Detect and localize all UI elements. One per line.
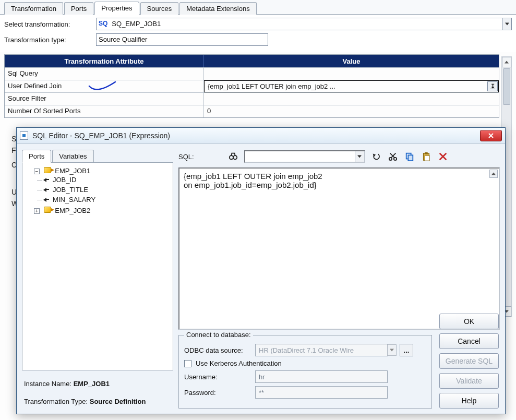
validate-button[interactable]: Validate (439, 373, 499, 389)
grid-header-value: Value (204, 55, 499, 67)
ok-button[interactable]: OK (439, 314, 499, 329)
chevron-down-icon[interactable] (355, 151, 364, 162)
tree-node-emp-job1[interactable]: − EMP_JOB1 JOB_ID JOB_TITLE MIN_SALARY (34, 166, 171, 206)
copy-icon[interactable] (404, 151, 415, 162)
grid-header-attribute: Transformation Attribute (5, 55, 204, 67)
connect-legend: Connect to database: (184, 331, 253, 339)
svg-point-4 (233, 155, 237, 159)
tree-node-job-title[interactable]: JOB_TITLE (43, 185, 171, 195)
paste-icon[interactable] (421, 151, 432, 162)
port-arrow-icon (43, 187, 50, 192)
binoculars-icon[interactable] (227, 151, 239, 162)
dialog-titlebar[interactable]: SQL Editor - SQ_EMP_JOB1 (Expression) (17, 128, 505, 143)
transformation-type-value: Source Qualifier (97, 34, 268, 45)
kerberos-label: Use Kerberos Authentication (196, 359, 282, 367)
sql-label: SQL: (178, 153, 194, 161)
port-arrow-icon (43, 197, 50, 202)
window-icon (20, 131, 28, 140)
expand-icon[interactable]: + (34, 208, 40, 214)
tree-node-min-salary[interactable]: MIN_SALARY (43, 195, 171, 205)
undo-icon[interactable] (370, 151, 382, 162)
properties-tab-strip: Transformation Ports Properties Sources … (0, 0, 516, 15)
folder-arrow-icon (44, 167, 51, 173)
dialog-title: SQL Editor - SQ_EMP_JOB1 (Expression) (32, 131, 480, 140)
scroll-up-icon[interactable] (489, 170, 498, 178)
open-editor-button[interactable]: ↧ (487, 81, 498, 91)
browse-button[interactable]: ... (400, 344, 413, 356)
select-transformation-label: Select transformation: (4, 20, 96, 28)
password-label: Password: (184, 389, 255, 397)
grid-attr-source-filter: Source Filter (5, 93, 204, 105)
help-button[interactable]: Help (439, 393, 499, 409)
chevron-down-icon[interactable] (387, 344, 397, 356)
sql-toolbar: SQL: (178, 149, 500, 164)
connect-to-database-group: Connect to database: ODBC data source: H… (178, 335, 432, 409)
grid-val-sorted-ports[interactable]: 0 (204, 105, 499, 117)
ports-variables-tabs: Ports Variables (22, 149, 173, 162)
grid-val-user-defined-join[interactable]: {emp_job1 LEFT OUTER join emp_job2 ... ↧ (204, 80, 499, 92)
sql-editor-dialog: SQL Editor - SQ_EMP_JOB1 (Expression) Po… (16, 127, 506, 414)
search-input[interactable] (245, 151, 355, 162)
tree-node-job-id[interactable]: JOB_ID (43, 175, 171, 185)
select-transformation-field[interactable]: SQ SQ_EMP_JOB1 (96, 18, 512, 30)
tab-transformation[interactable]: Transformation (4, 2, 63, 15)
transformation-type-row: Transformation Type: Source Definition (24, 395, 171, 407)
collapse-icon[interactable]: − (34, 169, 40, 174)
grid-val-source-filter[interactable] (204, 93, 499, 105)
chevron-down-icon[interactable] (502, 18, 511, 30)
cut-icon[interactable] (387, 151, 399, 162)
kerberos-row[interactable]: Use Kerberos Authentication (184, 359, 426, 367)
property-grid: Transformation Attribute Value Sql Query… (4, 54, 499, 118)
tab-ports-inner[interactable]: Ports (22, 150, 51, 163)
cancel-button[interactable]: Cancel (439, 333, 499, 349)
close-button[interactable] (480, 130, 502, 141)
grid-attr-sql-query: Sql Query (5, 68, 204, 80)
kerberos-checkbox[interactable] (184, 360, 191, 367)
svg-marker-15 (390, 349, 394, 352)
username-field[interactable]: hr (255, 370, 388, 383)
tree-node-emp-job2[interactable]: + EMP_JOB2 (34, 206, 171, 215)
generate-sql-button[interactable]: Generate SQL (439, 353, 499, 369)
sql-textarea[interactable]: {emp_job1 LEFT OUTER join emp_job2 on em… (178, 167, 500, 330)
grid-attr-user-defined-join: User Defined Join (5, 80, 204, 92)
sq-icon: SQ (97, 18, 110, 30)
tab-metadata-extensions[interactable]: Metadata Extensions (179, 2, 256, 15)
svg-rect-10 (408, 155, 413, 161)
transformation-type-field: Source Qualifier (96, 33, 268, 46)
svg-marker-5 (357, 155, 362, 158)
odbc-data-source-field[interactable]: HR (DataDirect 7.1 Oracle Wire (255, 344, 388, 356)
port-arrow-icon (43, 177, 50, 182)
transformation-type-label: Transformation type: (4, 36, 96, 44)
search-combo[interactable] (244, 150, 365, 163)
scroll-thumb[interactable] (503, 68, 510, 105)
svg-marker-1 (505, 61, 509, 64)
grid-val-sql-query[interactable] (204, 68, 499, 80)
svg-rect-13 (425, 155, 429, 161)
grid-attr-sorted-ports: Number Of Sorted Ports (5, 105, 204, 117)
instance-name-row: Instance Name: EMP_JOB1 (24, 378, 171, 390)
odbc-label: ODBC data source: (184, 346, 255, 354)
svg-rect-12 (425, 152, 427, 154)
svg-marker-14 (491, 173, 496, 175)
username-label: Username: (184, 373, 255, 381)
svg-point-3 (229, 155, 233, 159)
delete-x-icon[interactable] (437, 151, 449, 162)
password-field[interactable]: ** (255, 386, 388, 399)
select-transformation-value: SQ_EMP_JOB1 (110, 18, 502, 30)
tab-ports[interactable]: Ports (64, 2, 93, 15)
checkmark-annotation-icon (88, 81, 117, 92)
ports-tree[interactable]: − EMP_JOB1 JOB_ID JOB_TITLE MIN_SALARY +… (22, 162, 173, 370)
folder-arrow-icon (44, 207, 51, 213)
tab-properties[interactable]: Properties (94, 2, 139, 15)
svg-marker-0 (505, 23, 509, 26)
tab-variables-inner[interactable]: Variables (52, 150, 93, 162)
tab-sources[interactable]: Sources (140, 2, 179, 15)
scroll-up-icon[interactable] (502, 57, 511, 67)
